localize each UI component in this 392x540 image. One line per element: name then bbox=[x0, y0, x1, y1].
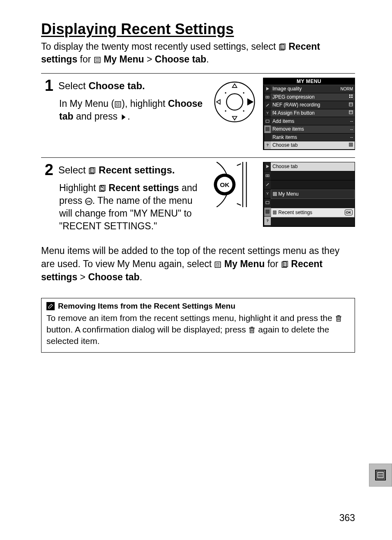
side-tab-icon bbox=[369, 464, 392, 487]
svg-point-23 bbox=[243, 92, 244, 93]
cam-item: Remove items-- bbox=[271, 125, 355, 134]
cam-tab-mymenu-icon bbox=[264, 208, 271, 217]
svg-line-69 bbox=[266, 183, 269, 186]
svg-text:OK: OK bbox=[86, 200, 91, 203]
cam-tab-pencil-icon bbox=[264, 180, 271, 189]
cam-tab-retouch-icon bbox=[264, 198, 271, 208]
cam-item-blank bbox=[271, 199, 355, 208]
svg-rect-35 bbox=[349, 95, 350, 96]
note-heading: Removing Items from the Recent Settings … bbox=[46, 302, 350, 311]
cam-item: My Menu bbox=[271, 189, 355, 199]
my-menu-icon bbox=[114, 101, 122, 108]
cam-tab-pencil-icon bbox=[264, 101, 271, 109]
step-body: Highlight Recent settings and press OK. … bbox=[59, 182, 207, 233]
recent-settings-icon bbox=[88, 167, 96, 175]
svg-point-28 bbox=[267, 97, 268, 98]
right-arrow-icon bbox=[120, 113, 127, 121]
step-1: 1 Select Choose tab. In My Menu (), high… bbox=[41, 78, 355, 150]
svg-rect-39 bbox=[349, 103, 353, 106]
note-box: Removing Items from the Recent Settings … bbox=[41, 298, 355, 353]
svg-rect-104 bbox=[251, 327, 253, 328]
closing-text: Menu items will be added to the top of t… bbox=[41, 244, 355, 284]
camera-screen-choosetab: Y ? Choose tab My Menu bbox=[263, 162, 355, 227]
cam-item: JPEG compression bbox=[271, 93, 355, 102]
divider bbox=[41, 157, 355, 158]
cam-item-selected: Recent settings OK bbox=[271, 208, 355, 217]
svg-point-68 bbox=[267, 175, 268, 176]
cam-tab-help-icon: ? bbox=[264, 141, 271, 150]
step-heading: Select Choose tab. bbox=[58, 80, 209, 92]
cam-item-blank bbox=[271, 171, 355, 180]
cam-item: Image qualityNORM bbox=[271, 85, 355, 93]
svg-marker-21 bbox=[247, 98, 254, 106]
camera-screen-mymenu: MY MENU Y ? bbox=[263, 78, 355, 150]
cam-tab-wrench-icon: Y bbox=[264, 189, 271, 198]
svg-point-85 bbox=[216, 264, 217, 265]
trash-icon bbox=[335, 315, 342, 322]
cam-screen-heading: Choose tab bbox=[271, 162, 355, 171]
step-heading: Select Recent settings. bbox=[58, 164, 209, 176]
multiselector-right-icon bbox=[212, 79, 257, 125]
cam-item: Rank items-- bbox=[271, 134, 355, 142]
svg-point-24 bbox=[225, 110, 226, 111]
svg-line-29 bbox=[266, 104, 269, 106]
svg-marker-20 bbox=[217, 100, 220, 104]
cam-item: Add items-- bbox=[271, 117, 355, 125]
ok-button-icon: OK bbox=[85, 198, 92, 205]
trash-icon bbox=[248, 326, 256, 334]
cam-tab-icon bbox=[264, 134, 271, 142]
svg-marker-66 bbox=[266, 165, 269, 168]
cam-tab-play-icon bbox=[264, 162, 271, 171]
cam-item-blank bbox=[271, 180, 355, 189]
page-title: Displaying Recent Settings bbox=[41, 21, 355, 38]
cam-tab-play-icon bbox=[264, 85, 271, 93]
svg-point-7 bbox=[95, 60, 96, 60]
svg-point-17 bbox=[226, 94, 243, 110]
svg-line-61 bbox=[237, 164, 241, 165]
step-number: 1 bbox=[41, 78, 53, 93]
cam-item-blank bbox=[271, 217, 355, 226]
svg-marker-18 bbox=[233, 84, 237, 88]
note-icon bbox=[46, 302, 55, 310]
page-number: 363 bbox=[339, 512, 355, 524]
svg-point-12 bbox=[116, 104, 117, 105]
my-menu-icon bbox=[94, 56, 101, 64]
svg-rect-41 bbox=[349, 111, 353, 114]
cam-item: f4 Assign Fn button bbox=[271, 109, 355, 118]
camera-screen-title: MY MENU bbox=[263, 78, 355, 85]
divider bbox=[41, 73, 355, 74]
multiselector-ok-icon: OK bbox=[212, 162, 257, 207]
my-menu-icon bbox=[214, 261, 221, 268]
svg-point-25 bbox=[243, 110, 244, 111]
recent-settings-icon bbox=[99, 185, 106, 192]
svg-marker-15 bbox=[122, 114, 126, 120]
recent-settings-icon bbox=[279, 44, 286, 51]
cam-tab-mymenu-icon bbox=[264, 125, 271, 134]
svg-rect-36 bbox=[351, 95, 353, 96]
svg-rect-37 bbox=[349, 97, 350, 98]
svg-rect-38 bbox=[351, 97, 353, 98]
step-number: 2 bbox=[41, 162, 53, 178]
cam-item-selected: Choose tab bbox=[271, 141, 355, 150]
step-2: 2 Select Recent settings. Highlight Rece… bbox=[41, 162, 355, 233]
step-body: In My Menu (), highlight Choose tab and … bbox=[59, 97, 207, 123]
note-body: To remove an item from the recent settin… bbox=[46, 312, 350, 347]
cam-tab-retouch-icon bbox=[264, 117, 271, 125]
intro-text: To display the twenty most recently used… bbox=[41, 40, 355, 66]
svg-line-62 bbox=[237, 203, 241, 205]
svg-marker-19 bbox=[233, 116, 237, 120]
svg-marker-26 bbox=[266, 87, 269, 90]
cam-tab-wrench-icon: Y bbox=[264, 109, 271, 118]
svg-rect-70 bbox=[266, 201, 269, 204]
cam-item: NEF (RAW) recording bbox=[271, 101, 355, 109]
cam-tab-camera-icon bbox=[264, 93, 271, 102]
svg-point-22 bbox=[225, 92, 226, 93]
cam-tab-help-icon: ? bbox=[264, 217, 271, 226]
svg-rect-98 bbox=[337, 315, 339, 316]
svg-text:OK: OK bbox=[220, 181, 229, 188]
cam-tab-camera-icon bbox=[264, 171, 271, 180]
recent-settings-icon bbox=[281, 261, 288, 268]
svg-rect-30 bbox=[266, 120, 269, 122]
